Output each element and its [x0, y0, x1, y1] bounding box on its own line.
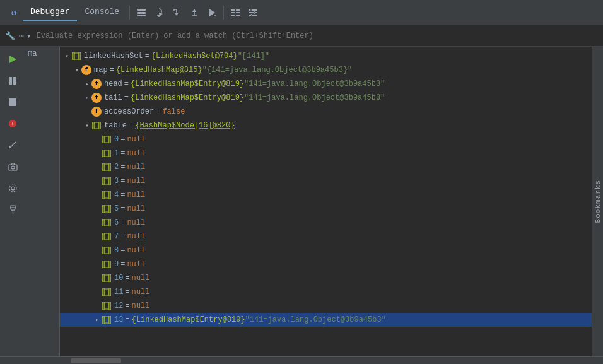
- var-type: {LinkedHashMap$Entry@819}: [131, 79, 244, 88]
- var-name: 8: [114, 246, 119, 255]
- tree-row[interactable]: 5 = null: [60, 202, 592, 216]
- var-eq: =: [145, 52, 149, 61]
- step-into-button[interactable]: [168, 4, 185, 21]
- pause-button[interactable]: [3, 71, 23, 91]
- edit-button[interactable]: [3, 135, 23, 155]
- tree-row[interactable]: 2 = null: [60, 160, 592, 174]
- array-icon: [102, 315, 112, 324]
- tree-row[interactable]: 12 = null: [60, 299, 592, 313]
- expand-arrow[interactable]: [83, 93, 91, 102]
- tab-console[interactable]: Console: [77, 3, 127, 21]
- step-out-icon: [189, 8, 199, 18]
- field-icon: f: [91, 107, 102, 117]
- no-arrow: [93, 232, 102, 241]
- var-value: false: [162, 107, 185, 116]
- tree-row[interactable]: fhead = {LinkedHashMap$Entry@819} "141=j…: [60, 77, 592, 91]
- var-name: 0: [114, 135, 119, 144]
- tree-row[interactable]: 9 = null: [60, 257, 592, 271]
- var-name: 13: [114, 315, 123, 324]
- var-value: null: [127, 260, 145, 269]
- tree-row[interactable]: 10 = null: [60, 271, 592, 285]
- refresh-button[interactable]: ↺: [5, 4, 23, 21]
- tree-row[interactable]: 0 = null: [60, 132, 592, 146]
- var-value: null: [127, 177, 145, 185]
- svg-rect-21: [236, 15, 240, 16]
- frames-button[interactable]: [132, 4, 150, 21]
- step-over-icon: [154, 8, 164, 18]
- tree-row[interactable]: 6 = null: [60, 216, 592, 230]
- run-to-cursor-icon: [207, 8, 217, 18]
- var-value: "{141=java.lang.Object@3b9a45b3}": [202, 66, 353, 74]
- svg-text:!: !: [11, 121, 15, 128]
- tab-debugger[interactable]: Debugger: [23, 3, 77, 21]
- svg-rect-18: [231, 15, 235, 16]
- tree-row[interactable]: 13 = {LinkedHashMap$Entry@819} "141=java…: [60, 313, 592, 327]
- no-arrow: [93, 177, 102, 185]
- var-eq: =: [120, 246, 125, 255]
- expand-arrow[interactable]: [62, 52, 71, 61]
- var-value: "141=java.lang.Object@3b9a45b3": [244, 79, 385, 88]
- array-icon: [102, 149, 112, 158]
- var-eq: =: [125, 288, 129, 296]
- evaluate-button[interactable]: !: [3, 114, 23, 134]
- app-container: ↺ Debugger Console: [0, 0, 603, 364]
- ma-label: ma: [25, 47, 60, 356]
- var-value: "141=java.lang.Object@3b9a45b3": [244, 93, 385, 102]
- pin-button[interactable]: [3, 199, 23, 220]
- variables-panel[interactable]: linkedHashSet = {LinkedHashSet@704} "[14…: [60, 47, 592, 356]
- tree-row[interactable]: fmap = {LinkedHashMap@815} "{141=java.la…: [60, 63, 592, 77]
- evaluate-icon: !: [8, 119, 18, 129]
- var-eq: =: [125, 315, 129, 324]
- settings-button[interactable]: [244, 4, 262, 21]
- svg-rect-30: [13, 77, 16, 85]
- var-name: 1: [114, 149, 119, 158]
- settings-side-button[interactable]: [3, 178, 23, 198]
- tree-row[interactable]: 7 = null: [60, 230, 592, 244]
- var-name: 3: [114, 177, 119, 185]
- no-arrow: [93, 288, 102, 296]
- tree-row[interactable]: linkedHashSet = {LinkedHashSet@704} "[14…: [60, 49, 592, 63]
- bottom-scrollbar[interactable]: [0, 356, 603, 364]
- expand-arrow[interactable]: [83, 121, 91, 130]
- tree-row[interactable]: 4 = null: [60, 188, 592, 202]
- expression-bar: 🔧 ⋯ ▾: [0, 25, 603, 47]
- tree-row[interactable]: faccessOrder = false: [60, 105, 592, 119]
- svg-rect-0: [137, 9, 146, 11]
- expand-arrow[interactable]: [83, 79, 91, 88]
- more-icon[interactable]: ⋯: [19, 31, 24, 41]
- view-breakpoints-button[interactable]: [226, 4, 244, 21]
- expand-arrow[interactable]: [93, 315, 102, 324]
- step-into-icon: [172, 8, 182, 18]
- bookmarks-label: Bookmarks: [594, 180, 602, 223]
- resume-button[interactable]: [3, 49, 23, 69]
- svg-point-40: [9, 185, 16, 192]
- dropdown-arrow[interactable]: ▾: [26, 31, 32, 41]
- var-name: 6: [114, 218, 119, 227]
- expand-arrow[interactable]: [73, 66, 81, 74]
- stop-button[interactable]: [3, 92, 23, 112]
- tree-row[interactable]: 3 = null: [60, 174, 592, 188]
- variables-section: ma linkedHashSet = {LinkedHashSet@704} "…: [25, 47, 592, 356]
- tree-row[interactable]: 11 = null: [60, 285, 592, 299]
- array-icon: [102, 177, 112, 185]
- svg-rect-29: [9, 77, 12, 85]
- pin-icon: [9, 205, 17, 214]
- var-value: null: [132, 274, 150, 283]
- run-to-cursor-button[interactable]: [203, 4, 221, 21]
- step-over-button[interactable]: [150, 4, 168, 21]
- expression-input[interactable]: [37, 32, 598, 40]
- camera-button[interactable]: [3, 156, 23, 177]
- camera-icon: [8, 163, 18, 171]
- svg-point-38: [11, 166, 15, 169]
- no-arrow: [83, 107, 91, 116]
- tree-row[interactable]: ftail = {LinkedHashMap$Entry@819} "141=j…: [60, 91, 592, 105]
- var-eq: =: [124, 79, 129, 88]
- tree-row[interactable]: table = {HashMap$Node[16]@820}: [60, 119, 592, 132]
- svg-marker-28: [9, 56, 16, 63]
- tree-row[interactable]: 1 = null: [60, 146, 592, 160]
- scroll-thumb[interactable]: [71, 358, 121, 363]
- step-out-button[interactable]: [185, 4, 203, 21]
- var-eq: =: [120, 135, 125, 144]
- svg-rect-17: [231, 12, 235, 13]
- tree-row[interactable]: 8 = null: [60, 244, 592, 257]
